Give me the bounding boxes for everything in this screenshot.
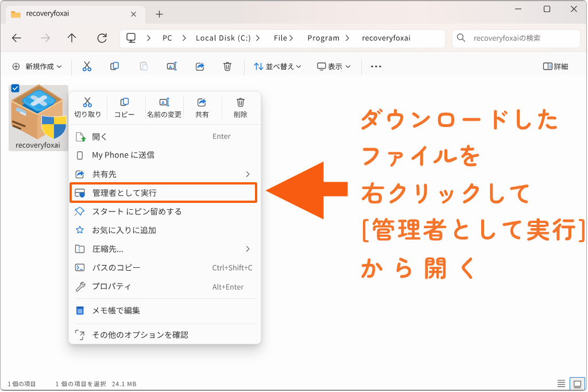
svg-text:A: A: [161, 100, 165, 105]
svg-text:A: A: [169, 64, 172, 70]
